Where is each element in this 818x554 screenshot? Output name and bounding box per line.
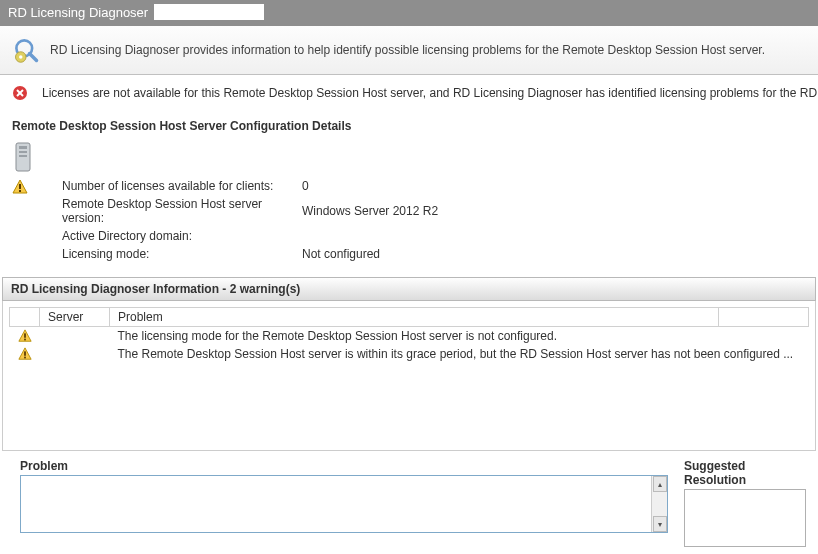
col-icon[interactable] bbox=[10, 308, 40, 327]
svg-rect-8 bbox=[19, 146, 27, 149]
mode-value: Not configured bbox=[302, 247, 438, 261]
window-titlebar: RD Licensing Diagnoser bbox=[0, 0, 818, 26]
info-banner: RD Licensing Diagnoser provides informat… bbox=[0, 26, 818, 75]
svg-point-3 bbox=[19, 55, 23, 59]
domain-label: Active Directory domain: bbox=[62, 229, 302, 243]
table-row[interactable]: The licensing mode for the Remote Deskto… bbox=[10, 327, 809, 346]
config-details: Number of licenses available for clients… bbox=[0, 139, 818, 273]
svg-rect-10 bbox=[19, 155, 27, 157]
row-problem: The licensing mode for the Remote Deskto… bbox=[110, 327, 809, 346]
svg-rect-16 bbox=[24, 339, 26, 341]
row-server bbox=[40, 327, 110, 346]
version-value: Windows Server 2012 R2 bbox=[302, 204, 438, 218]
mode-label: Licensing mode: bbox=[62, 247, 302, 261]
svg-line-1 bbox=[30, 54, 37, 61]
problem-panel: Problem ▴ ▾ bbox=[20, 459, 668, 547]
warning-icon bbox=[18, 347, 32, 361]
warnings-table[interactable]: Server Problem The licensing mo bbox=[9, 307, 809, 363]
config-heading: Remote Desktop Session Host Server Confi… bbox=[0, 109, 818, 139]
suggested-resolution-textbox[interactable] bbox=[684, 489, 806, 547]
error-icon bbox=[12, 85, 28, 101]
version-label: Remote Desktop Session Host server versi… bbox=[62, 197, 302, 225]
warning-icon bbox=[12, 179, 28, 195]
svg-rect-15 bbox=[24, 333, 26, 337]
server-icon bbox=[12, 141, 806, 173]
col-spacer[interactable] bbox=[719, 308, 809, 327]
detail-panels: Problem ▴ ▾ Suggested Resolution bbox=[0, 451, 818, 547]
row-problem: The Remote Desktop Session Host server i… bbox=[110, 345, 809, 363]
suggested-resolution-label: Suggested Resolution bbox=[684, 459, 806, 487]
svg-rect-18 bbox=[24, 351, 26, 355]
warnings-body: Server Problem The licensing mo bbox=[2, 301, 816, 451]
col-server[interactable]: Server bbox=[40, 308, 110, 327]
licenses-value: 0 bbox=[302, 179, 438, 193]
warning-icon bbox=[18, 329, 32, 343]
row-server bbox=[40, 345, 110, 363]
diagnoser-icon bbox=[12, 36, 40, 64]
scroll-down-button[interactable]: ▾ bbox=[653, 516, 667, 532]
licenses-label: Number of licenses available for clients… bbox=[62, 179, 302, 193]
suggested-resolution-panel: Suggested Resolution bbox=[684, 459, 806, 547]
window-title: RD Licensing Diagnoser bbox=[8, 5, 148, 20]
window-title-redacted bbox=[154, 4, 264, 20]
scroll-up-button[interactable]: ▴ bbox=[653, 476, 667, 492]
error-summary-text: Licenses are not available for this Remo… bbox=[42, 86, 818, 100]
scrollbar[interactable]: ▴ ▾ bbox=[651, 476, 667, 532]
svg-rect-12 bbox=[19, 184, 21, 189]
problem-textbox[interactable]: ▴ ▾ bbox=[20, 475, 668, 533]
table-row[interactable]: The Remote Desktop Session Host server i… bbox=[10, 345, 809, 363]
problem-label: Problem bbox=[20, 459, 668, 473]
warnings-header: RD Licensing Diagnoser Information - 2 w… bbox=[2, 277, 816, 301]
svg-rect-13 bbox=[19, 190, 21, 192]
error-summary-row: Licenses are not available for this Remo… bbox=[0, 75, 818, 109]
svg-rect-9 bbox=[19, 151, 27, 153]
info-banner-text: RD Licensing Diagnoser provides informat… bbox=[50, 43, 806, 57]
col-problem[interactable]: Problem bbox=[110, 308, 719, 327]
svg-rect-19 bbox=[24, 357, 26, 359]
